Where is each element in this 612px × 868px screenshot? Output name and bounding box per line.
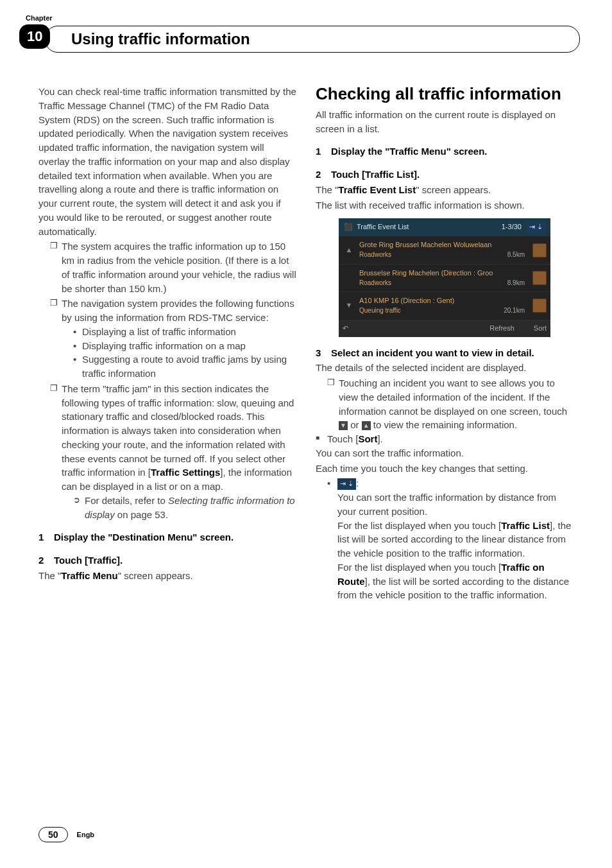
sort-option: ⇥ ⇣: You can sort the traffic informatio…	[327, 476, 574, 602]
list-item: The term "traffic jam" in this section i…	[50, 382, 296, 522]
intro-paragraph: You can check real-time traffic informat…	[38, 85, 296, 238]
incident-icon	[532, 271, 547, 285]
sort-option-detail: For the list displayed when you touch [T…	[337, 560, 574, 602]
screenshot-footer: ↶ Refresh Sort	[339, 320, 550, 337]
distance: 8.9km	[507, 279, 529, 288]
sub-list-item: Displaying traffic information on a map	[73, 339, 296, 353]
road-name: Brusselse Ring Machelen (Direction : Gro…	[359, 268, 529, 279]
scroll-down-icon: ▼	[343, 300, 355, 311]
content-columns: You can check real-time traffic informat…	[38, 85, 574, 602]
sort-options: ⇥ ⇣: You can sort the traffic informatio…	[316, 476, 574, 602]
language-code: Engb	[77, 831, 95, 838]
step-3-text: Select an incident you want to view in d…	[331, 347, 534, 358]
section-heading: Checking all traffic information	[316, 85, 574, 104]
chapter-title: Using traffic information	[71, 30, 566, 48]
traffic-list-label: Traffic List	[501, 520, 550, 531]
step-3-notes: Touching an incident you want to see all…	[316, 376, 574, 432]
step-1-text: Display the "Destination Menu" screen.	[54, 532, 234, 542]
step-2-result: The "Traffic Menu" screen appears.	[38, 569, 296, 583]
chapter-number-badge: 10	[19, 24, 50, 49]
sort-label: Sort	[358, 433, 377, 444]
road-name: Grote Ring Brussel Machelen Woluwelaan	[359, 240, 529, 250]
sub-list: Displaying a list of traffic information…	[62, 325, 296, 381]
reference-list: For details, refer to Selecting traffic …	[62, 494, 296, 522]
screenshot-title: Traffic Event List	[357, 222, 409, 232]
feature-list: The system acquires the traffic informat…	[38, 239, 296, 521]
step-1-text: Display the "Traffic Menu" screen.	[331, 146, 487, 157]
reference-item: For details, refer to Selecting traffic …	[73, 494, 296, 522]
step-3-result: The details of the selected incident are…	[316, 361, 574, 375]
step-2-heading: 2Touch [Traffic].	[38, 553, 296, 568]
left-column: You can check real-time traffic informat…	[38, 85, 296, 602]
list-item-text: The navigation system provides the follo…	[62, 298, 294, 323]
step-3-heading: 3Select an incident you want to view in …	[316, 346, 574, 360]
incident-type: Roadworks	[359, 279, 391, 288]
road-name: A10 KMP 16 (Direction : Gent)	[359, 296, 529, 306]
incident-type: Roadworks	[359, 250, 391, 260]
screenshot-counter: 1-3/30	[502, 222, 522, 232]
sort-distance-icon: ⇥ ⇣	[527, 221, 545, 233]
traffic-row: ▼ A10 KMP 16 (Direction : Gent) Queuing …	[339, 292, 550, 320]
section-intro: All traffic information on the current r…	[316, 108, 574, 136]
traffic-row: ▲ Grote Ring Brussel Machelen Woluwelaan…	[339, 236, 550, 264]
traffic-event-list-screenshot: ⬛ Traffic Event List 1-3/30 ⇥ ⇣ ▲ Grote …	[339, 218, 550, 336]
traffic-event-list-label: Traffic Event List	[338, 184, 416, 195]
step-2-text: Touch [Traffic].	[54, 555, 123, 566]
sort-distance-icon: ⇥ ⇣	[337, 478, 356, 490]
traffic-settings-label: Traffic Settings	[151, 467, 220, 478]
traffic-menu-label: Traffic Menu	[61, 570, 117, 581]
page-header: Chapter 10 Using traffic information	[38, 26, 574, 53]
page-footer: 50 Engb	[38, 827, 94, 842]
list-item: The navigation system provides the follo…	[50, 297, 296, 381]
note-item: Touching an incident you want to see all…	[327, 376, 574, 432]
distance: 20.1km	[504, 306, 529, 316]
refresh-button: Refresh	[489, 324, 534, 334]
traffic-icon: ⬛	[344, 222, 353, 232]
sort-action: Touch [Sort].	[316, 432, 574, 446]
chapter-title-pill: Using traffic information	[45, 26, 580, 53]
ref-text-a: For details, refer to	[85, 495, 168, 506]
incident-type: Queuing traffic	[359, 306, 401, 316]
step-1-heading: 1Display the "Traffic Menu" screen.	[316, 144, 574, 159]
step-1-heading: 1Display the "Destination Menu" screen.	[38, 530, 296, 544]
sort-desc-2: Each time you touch the key changes that…	[316, 462, 574, 476]
chapter-label: Chapter	[26, 14, 53, 22]
sort-action-item: Touch [Sort].	[316, 432, 574, 446]
sort-button: Sort	[534, 324, 547, 334]
step-2-heading: 2Touch [Traffic List].	[316, 168, 574, 182]
step-2-text: Touch [Traffic List].	[331, 169, 420, 180]
sort-option-desc: You can sort the traffic information by …	[337, 490, 574, 519]
step-2-result-2: The list with received traffic informati…	[316, 198, 574, 213]
traffic-row: Brusselse Ring Machelen (Direction : Gro…	[339, 265, 550, 292]
back-icon: ↶	[343, 324, 358, 334]
right-column: Checking all traffic information All tra…	[316, 85, 574, 602]
incident-icon	[532, 243, 547, 257]
sub-list-item: Suggesting a route to avoid traffic jams…	[73, 352, 296, 381]
scroll-up-icon: ▲	[362, 421, 371, 430]
sort-option-detail: For the list displayed when you touch [T…	[337, 519, 574, 560]
ref-text-b: on page 53.	[115, 509, 168, 520]
sub-list-item: Displaying a list of traffic information	[73, 325, 296, 339]
step-2-result: The "Traffic Event List" screen appears.	[316, 183, 574, 197]
list-item: The system acquires the traffic informat…	[50, 239, 296, 295]
scroll-down-icon: ▼	[339, 421, 348, 430]
distance: 8.5km	[507, 250, 529, 260]
page-number-badge: 50	[38, 827, 68, 842]
sort-desc-1: You can sort the traffic information.	[316, 446, 574, 460]
screenshot-header: ⬛ Traffic Event List 1-3/30 ⇥ ⇣	[339, 218, 550, 236]
list-item-text-a: The term "traffic jam" in this section i…	[62, 383, 294, 478]
incident-icon	[532, 299, 547, 313]
scroll-up-icon: ▲	[343, 245, 355, 256]
